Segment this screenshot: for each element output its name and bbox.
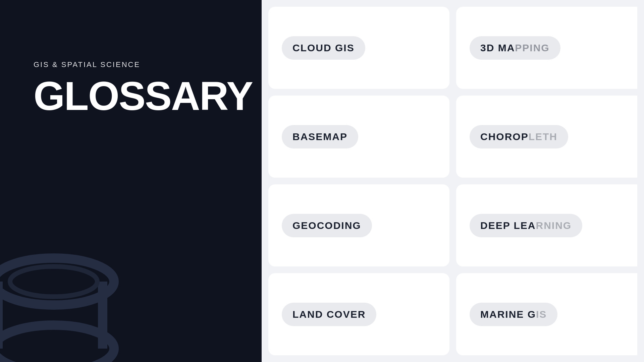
- card-label-deep-learning: DEEP LEARNING: [470, 214, 582, 237]
- card-label-text-geocoding: GEOCODING: [292, 220, 361, 231]
- card-label-basemap: BASEMAP: [282, 125, 358, 148]
- card-deep-learning[interactable]: DEEP LEARNING: [456, 184, 637, 266]
- card-marine[interactable]: MARINE GIS: [456, 273, 637, 355]
- card-label-marine: MARINE GIS: [470, 303, 557, 326]
- card-label-geocoding: GEOCODING: [282, 214, 372, 237]
- card-label-text-marine: MARINE GIS: [480, 309, 547, 320]
- left-panel: GIS & SPATIAL SCIENCE GLOSSARY: [0, 0, 262, 362]
- card-label-land-cover: LAND COVER: [282, 303, 376, 326]
- card-label-text-basemap: BASEMAP: [292, 131, 347, 142]
- card-label-text-choropleth: CHOROPLETH: [480, 131, 557, 142]
- card-label-text-land-cover: LAND COVER: [292, 309, 366, 320]
- card-label-choropleth: CHOROPLETH: [470, 125, 568, 148]
- subtitle: GIS & SPATIAL SCIENCE: [34, 60, 235, 69]
- right-panel: CLOUD GIS 3D MAPPING BASEMAP CHOROPLETH …: [262, 0, 644, 362]
- card-cloud-gis[interactable]: CLOUD GIS: [268, 7, 449, 89]
- card-label-text-deep-learning: DEEP LEARNING: [480, 220, 572, 231]
- card-land-cover[interactable]: LAND COVER: [268, 273, 449, 355]
- card-geocoding[interactable]: GEOCODING: [268, 184, 449, 266]
- card-label-text-3d-mapping: 3D MAPPING: [480, 42, 550, 53]
- svg-point-3: [0, 325, 114, 362]
- card-label-cloud-gis: CLOUD GIS: [282, 36, 365, 60]
- svg-point-4: [10, 266, 97, 297]
- decorative-circle: [0, 228, 134, 362]
- card-label-3d-mapping: 3D MAPPING: [470, 36, 560, 60]
- main-title: GLOSSARY: [34, 76, 235, 116]
- card-basemap[interactable]: BASEMAP: [268, 96, 449, 178]
- card-label-text-cloud-gis: CLOUD GIS: [292, 42, 355, 53]
- card-3d-mapping[interactable]: 3D MAPPING: [456, 7, 637, 89]
- card-choropleth[interactable]: CHOROPLETH: [456, 96, 637, 178]
